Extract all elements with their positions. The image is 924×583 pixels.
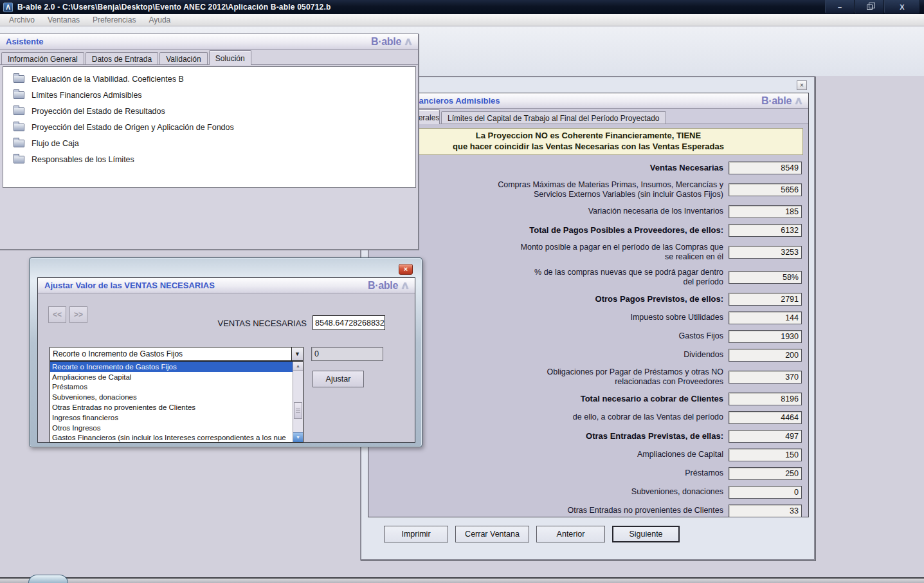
tab-datos-de-entrada[interactable]: Datos de Entrada (86, 52, 158, 64)
concepto-combobox[interactable]: Recorte o Incremento de Gastos Fijos ▼ (50, 347, 303, 361)
value-field[interactable]: 2791 (729, 293, 802, 306)
row-pct-compras-nuevas: % de las compras nuevas que se podrá pag… (375, 268, 802, 287)
tab-validacion[interactable]: Validación (159, 52, 207, 64)
menu-ayuda[interactable]: Ayuda (142, 14, 177, 26)
folder-icon (14, 75, 24, 83)
list-item-proyeccion-resultados[interactable]: Proyección del Estado de Resultados (3, 103, 415, 119)
limites-tabstrip: Límites Generales Límites del Capital de… (368, 109, 808, 124)
tab-solucion[interactable]: Solución (209, 50, 251, 65)
dropdown-option-subveniones[interactable]: Subveniones, donaciones (50, 392, 293, 402)
previous-button[interactable]: << (48, 306, 66, 323)
value-field[interactable]: 58% (729, 271, 802, 284)
dropdown-option-ingresos-financieros[interactable]: Ingresos financieros (50, 412, 293, 423)
limites-close-icon[interactable]: × (797, 80, 807, 90)
minimize-button[interactable]: – (825, 0, 855, 14)
value-field[interactable]: 185 (729, 205, 802, 218)
window-title: B-able 2.0 - C:\Users\Benja\Desktop\Even… (17, 3, 331, 12)
dropdown-option-gastos-financieros[interactable]: Gastos Financieros (sin incluir los Inte… (50, 433, 293, 442)
row-otros-pagos-previstos: Otros Pagos Previstos, de ellos:2791 (375, 293, 802, 306)
bable-logo-text: B·able (761, 95, 792, 107)
dropdown-option-recorte-gastos-fijos[interactable]: Recorte o Incremento de Gastos Fijos (50, 362, 293, 372)
menu-archivo[interactable]: Archivo (3, 14, 41, 26)
ajustar-button[interactable]: Ajustar (313, 371, 364, 387)
value-field[interactable]: 370 (729, 371, 802, 384)
scroll-up-icon[interactable]: ▲ (293, 362, 303, 371)
restore-button[interactable] (855, 0, 884, 14)
value-field[interactable]: 8196 (729, 393, 802, 405)
asistente-tabstrip: Información General Datos de Entrada Val… (0, 50, 418, 65)
chevron-down-icon[interactable]: ▼ (291, 347, 303, 360)
menu-preferencias[interactable]: Preferencias (86, 14, 142, 26)
dialog-close-icon[interactable]: × (399, 264, 413, 275)
value-field[interactable]: 250 (729, 467, 802, 480)
start-orb-icon[interactable] (28, 575, 68, 583)
value-field[interactable]: 8549 (729, 162, 802, 174)
scrollbar-thumb[interactable] (294, 402, 302, 419)
value-field[interactable]: 5656 (729, 183, 802, 196)
tab-limites-capital-trabajo[interactable]: Límites del Capital de Trabajo al Final … (441, 111, 666, 124)
menu-ventanas[interactable]: Ventanas (41, 14, 86, 26)
list-item-evaluacion-viabilidad[interactable]: Evaluación de la Viabilidad. Coeficiente… (3, 71, 415, 87)
row-cobrar-ventas-periodo: de ello, a cobrar de las Ventas del perí… (375, 411, 802, 424)
imprimir-button[interactable]: Imprimir (384, 526, 448, 542)
dialog-inner-panel: Ajustar Valor de las VENTAS NECESARIAS B… (37, 277, 415, 443)
folder-icon (14, 91, 24, 99)
folder-icon (14, 156, 24, 163)
cerrar-ventana-button[interactable]: Cerrar Ventana (455, 526, 529, 542)
limites-header: Límites Financieros Admisibles B·able Λ (368, 93, 808, 109)
bable-logo: B·able Λ (371, 36, 412, 48)
row-monto-posible-pagar: Monto posible a pagar en el período de l… (375, 243, 802, 262)
list-item-responsables-limites[interactable]: Responsables de los Límites (3, 151, 415, 167)
value-field[interactable]: 6132 (729, 224, 802, 237)
ventas-necesarias-input[interactable]: 8548.64728268832 (313, 315, 385, 330)
bable-logo: B·able Λ (368, 280, 408, 292)
menubar: Archivo Ventanas Preferencias Ayuda (0, 14, 924, 26)
coherence-warning: La Proyeccion NO es Coherente Financiera… (374, 128, 803, 155)
value-field[interactable]: 4464 (729, 411, 802, 424)
bable-logo-icon: Λ (795, 95, 802, 106)
value-field[interactable]: 33 (729, 504, 802, 517)
value-field[interactable]: 144 (729, 311, 802, 324)
warning-line1: La Proyeccion NO es Coherente Financiera… (377, 131, 800, 142)
value-field[interactable]: 200 (729, 349, 802, 362)
dropdown-option-ampliaciones-capital[interactable]: Ampliaciones de Capital (50, 372, 293, 382)
row-total-cobrar-clientes: Total necesario a cobrar de Clientes8196 (375, 393, 802, 405)
dropdown-items: Recorte o Incremento de Gastos Fijos Amp… (50, 362, 293, 442)
combobox-value: Recorte o Incremento de Gastos Fijos (50, 347, 291, 360)
value-field[interactable]: 3253 (729, 246, 802, 259)
row-subveniones: Subveniones, donaciones0 (375, 486, 802, 499)
next-button[interactable]: >> (69, 306, 87, 323)
list-item-flujo-de-caja[interactable]: Flujo de Caja (3, 135, 415, 151)
bable-logo: B·able Λ (761, 95, 802, 107)
limites-inner-panel: Límites Financieros Admisibles B·able Λ … (368, 93, 809, 517)
dropdown-option-otras-entradas[interactable]: Otras Entradas no provenientes de Client… (50, 402, 293, 412)
combobox-dropdown-list: Recorte o Incremento de Gastos Fijos Amp… (50, 361, 303, 443)
ajustar-dialog: × Ajustar Valor de las VENTAS NECESARIAS… (29, 257, 422, 447)
asistente-header: Asistente B·able Λ (0, 34, 418, 50)
row-impuesto-utilidades: Impuesto sobre Utilidades144 (375, 311, 802, 324)
row-otras-entradas-previstas: Otras Entradas Previstas, de ellas:497 (375, 430, 802, 443)
dropdown-option-otros-ingresos[interactable]: Otros Ingresos (50, 423, 293, 433)
row-otras-entradas-clientes: Otras Entradas no provenientes de Client… (375, 504, 802, 517)
row-ampliaciones-capital: Ampliaciones de Capital150 (375, 449, 802, 461)
list-item-limites-financieros[interactable]: Límites Financieros Admisibles (3, 87, 415, 103)
value-field[interactable]: 150 (729, 449, 802, 461)
close-button[interactable]: X (884, 0, 920, 14)
dropdown-scrollbar[interactable]: ▲ ▼ (293, 362, 303, 442)
application-window: Λ B-able 2.0 - C:\Users\Benja\Desktop\Ev… (0, 0, 924, 583)
dropdown-option-prestamos[interactable]: Préstamos (50, 382, 293, 393)
dialog-header: Ajustar Valor de las VENTAS NECESARIAS B… (38, 278, 415, 293)
siguiente-button[interactable]: Siguiente (612, 526, 680, 542)
value-field[interactable]: 1930 (729, 330, 802, 343)
list-item-proyeccion-origen-fondos[interactable]: Proyección del Estado de Origen y Aplica… (3, 119, 415, 135)
app-logo-icon: Λ (3, 3, 13, 12)
tab-informacion-general[interactable]: Información General (1, 52, 84, 64)
value-field[interactable]: 0 (729, 486, 802, 499)
ajuste-amount-input[interactable]: 0 (311, 347, 383, 361)
row-dividendos: Dividendos200 (375, 349, 802, 362)
value-field[interactable]: 497 (729, 430, 802, 443)
asistente-listbox: Evaluación de la Viabilidad. Coeficiente… (3, 66, 416, 188)
scroll-down-icon[interactable]: ▼ (293, 432, 303, 442)
anterior-button[interactable]: Anterior (536, 526, 605, 542)
limites-rows: Ventas Necesarias8549 Compras Máximas de… (368, 160, 808, 517)
